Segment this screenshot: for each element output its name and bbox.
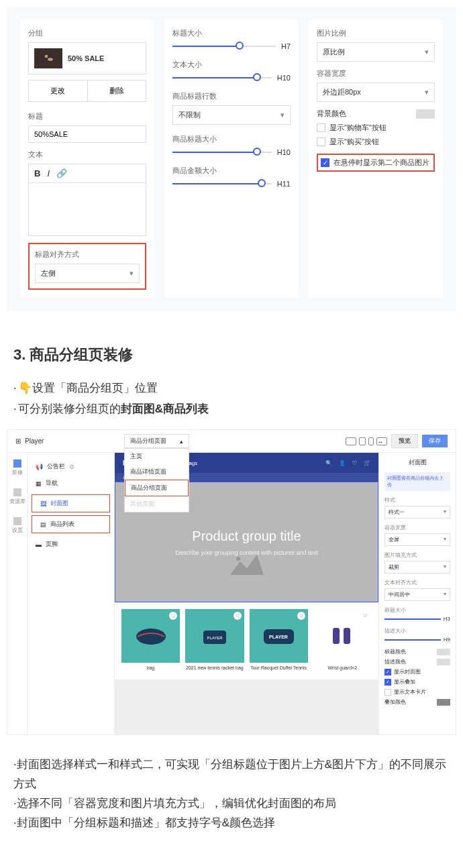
desktop-icon[interactable] <box>346 437 356 445</box>
rp-title-size-slider[interactable]: H3 <box>384 616 450 622</box>
leftbar-resource[interactable]: 资源库 <box>9 488 25 505</box>
svg-rect-9 <box>333 628 340 644</box>
product-4[interactable]: ♡ Wrist guard×2 <box>313 609 372 673</box>
fullwidth-icon[interactable]: ↔ <box>376 437 387 445</box>
width-label: 容器宽度 <box>317 68 435 78</box>
title-lines-label: 商品标题行数 <box>172 91 291 101</box>
product-price-size-label: 商品金额大小 <box>172 166 291 176</box>
group-preview: 50% SALE <box>28 42 146 74</box>
title-size-slider[interactable] <box>172 46 276 47</box>
nav-navigation[interactable]: ▦导航 <box>28 475 114 492</box>
link-icon[interactable]: 🔗 <box>56 168 67 178</box>
dropdown-group[interactable]: 商品分组页面 <box>125 480 189 496</box>
rp-fill-select[interactable]: 裁剪 <box>384 561 450 574</box>
bullet-list: 👇设置「商品分组页」位置 可分别装修分组页的封面图&商品列表 <box>13 378 450 419</box>
product-1[interactable]: ♡ bag <box>121 609 180 673</box>
title-color-picker[interactable] <box>437 649 450 655</box>
rp-desc-size-slider[interactable]: H9 <box>384 637 450 643</box>
nav-cover[interactable]: 🖼封面图 <box>32 494 110 512</box>
chevron-up-icon: ▴ <box>180 438 183 445</box>
dropdown-other[interactable]: 其他页面 <box>125 496 189 512</box>
title-label: 标题 <box>28 111 146 121</box>
change-button[interactable]: 更改 <box>28 80 87 102</box>
hero-title: Product group title <box>192 529 301 544</box>
preview-button[interactable]: 预览 <box>391 434 418 448</box>
article-p1: 封面图选择样式一和样式二，可实现「分组标题位于图片上方&图片下方」的不同展示方式 <box>13 755 450 794</box>
italic-icon[interactable]: I <box>47 168 50 178</box>
dropdown-detail[interactable]: 商品详情页面 <box>125 464 189 480</box>
heart-icon[interactable]: ♡ <box>352 460 357 466</box>
overlay-color-picker[interactable] <box>437 699 450 706</box>
rp-desc-size-label: 描述大小 <box>384 627 450 635</box>
rp-style-select[interactable]: 样式一 <box>384 506 450 519</box>
svg-marker-2 <box>230 555 264 575</box>
rp-fill-label: 图片填充方式 <box>384 551 450 559</box>
show-cart-row[interactable]: 显示"购物车"按钮 <box>317 123 435 133</box>
show-overlay-checkbox[interactable]: ✓ <box>384 679 391 686</box>
decorate-icon <box>13 459 21 468</box>
header-center: 商品分组页面 ▴ 主页 商品详情页面 商品分组页面 其他页面 <box>124 434 189 448</box>
show-buy-checkbox[interactable] <box>317 138 325 146</box>
mobile-icon[interactable] <box>368 437 374 445</box>
product-grid: ♡ bag PLAYER ♡ 2021 new tennis racket ba… <box>115 602 378 680</box>
sale-badge: 50% SALE <box>68 54 104 62</box>
ratio-select[interactable]: 原比例 <box>317 42 435 62</box>
rp-show-card-row[interactable]: 显示文本卡片 <box>384 688 450 696</box>
save-button[interactable]: 保存 <box>422 435 448 447</box>
product-title-size-slider[interactable] <box>172 152 272 153</box>
product-price-size-slider[interactable] <box>172 183 272 184</box>
dropdown-home[interactable]: 主页 <box>125 449 189 464</box>
rp-overlay-color-row: 叠加颜色 <box>384 698 450 706</box>
show-card-checkbox[interactable] <box>384 689 391 696</box>
header-right: ↔ 预览 保存 <box>346 434 448 448</box>
panel-group: 分组 50% SALE 更改 删除 标题 文本 B I 🔗 标题对齐方式 左侧 <box>20 20 154 298</box>
footer-icon: ▬ <box>36 541 42 548</box>
align-select[interactable]: 左侧 <box>35 264 140 283</box>
gear-icon[interactable]: ⚙ <box>69 464 74 470</box>
delete-button[interactable]: 删除 <box>87 80 147 102</box>
text-size-label: 文本大小 <box>172 60 291 70</box>
chevron-down-icon <box>425 48 429 56</box>
text-size-slider[interactable] <box>172 77 272 78</box>
product-2[interactable]: PLAYER ♡ 2021 new tennis racket bag <box>185 609 244 673</box>
bg-color-picker[interactable] <box>416 109 435 119</box>
product-3[interactable]: PLAYER ♡ Tour Racquet Duffel Tennis <box>250 609 308 673</box>
rp-width-select[interactable]: 全屏 <box>384 533 450 546</box>
nav-announce[interactable]: 📢公告栏⚙ <box>28 458 114 475</box>
leftbar-settings[interactable]: 设置 <box>12 517 23 534</box>
svg-text:PLAYER: PLAYER <box>269 635 288 639</box>
nav-footer[interactable]: ▬页脚 <box>28 536 114 553</box>
bg-color-row: 背景颜色 <box>317 109 435 119</box>
tablet-icon[interactable] <box>359 437 366 445</box>
rp-show-cover-row[interactable]: ✓显示封面图 <box>384 668 450 675</box>
heart-icon[interactable]: ♡ <box>297 612 305 620</box>
width-select[interactable]: 外边距80px <box>317 83 435 102</box>
title-lines-select[interactable]: 不限制 <box>172 105 291 125</box>
hover-second-checkbox[interactable]: ✓ <box>321 158 329 167</box>
show-cover-checkbox[interactable]: ✓ <box>384 669 391 675</box>
leftbar-decorate[interactable]: 装修 <box>12 459 23 476</box>
hover-second-row[interactable]: ✓ 在悬停时显示第二个商品图片 <box>321 158 431 168</box>
bullet-2: 可分别装修分组页的封面图&商品列表 <box>13 399 450 420</box>
bold-icon[interactable]: B <box>34 168 40 178</box>
rp-width-label: 容器宽度 <box>384 524 450 531</box>
search-icon[interactable]: 🔍 <box>325 460 332 466</box>
text-size-value: H10 <box>277 74 291 82</box>
left-toolbar: 装修 资源库 设置 <box>7 453 28 735</box>
user-icon[interactable]: 👤 <box>339 460 346 466</box>
heart-icon[interactable]: ♡ <box>234 612 242 620</box>
rp-align-select[interactable]: 中间居中 <box>384 588 450 601</box>
hover-highlight: ✓ 在悬停时显示第二个商品图片 <box>317 154 435 172</box>
show-cart-checkbox[interactable] <box>317 123 325 132</box>
svg-point-3 <box>236 557 240 561</box>
title-input[interactable] <box>28 125 146 143</box>
cart-icon[interactable]: 🛒 <box>364 460 370 466</box>
text-editor[interactable] <box>28 182 146 236</box>
image-icon: 🖼 <box>40 500 46 507</box>
chevron-down-icon <box>280 111 285 119</box>
nav-products[interactable]: ▤商品列表 <box>32 515 110 533</box>
desc-color-picker[interactable] <box>437 659 450 665</box>
page-select[interactable]: 商品分组页面 ▴ <box>124 434 189 448</box>
rp-show-overlay-row[interactable]: ✓显示叠加 <box>384 678 450 686</box>
show-buy-row[interactable]: 显示"购买"按钮 <box>317 137 435 147</box>
